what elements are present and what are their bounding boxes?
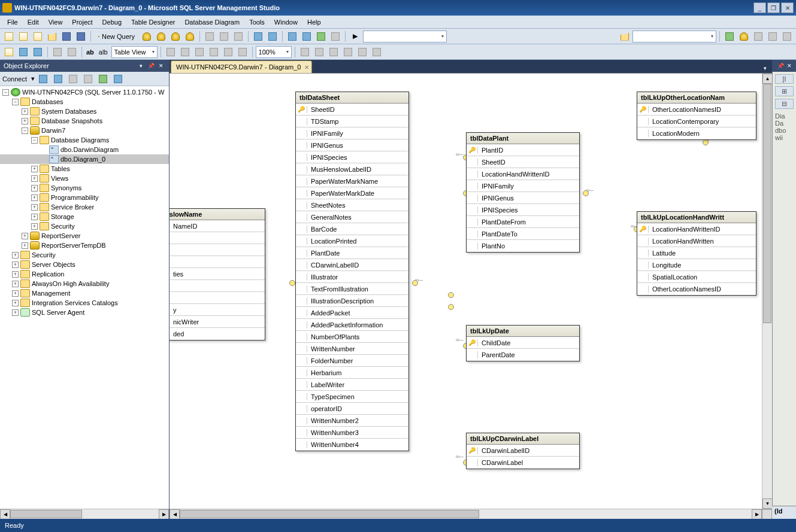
- nav-back-button[interactable]: [286, 30, 299, 43]
- tree-dbo-darwin-diagram[interactable]: dbo.DarwinDiagram: [0, 145, 169, 154]
- oe-report-button[interactable]: [111, 72, 125, 86]
- db-table-tblLkUpCDarwinLabel[interactable]: tblLkUpCDarwinLabel🔑CDarwinLabelIDCDarwi…: [466, 433, 580, 469]
- page-breaks-button[interactable]: [298, 45, 311, 59]
- oe-filter-button[interactable]: [81, 72, 95, 86]
- paste-button[interactable]: [232, 30, 245, 43]
- menu-tools[interactable]: Tools: [244, 17, 270, 27]
- showplan-button[interactable]: [329, 30, 342, 43]
- db-column[interactable]: NumberOfPlants: [296, 331, 408, 343]
- db-column[interactable]: 🔑SheetID: [296, 104, 408, 115]
- db-column[interactable]: [170, 244, 265, 256]
- right-panel-item2[interactable]: ⊟: [775, 99, 794, 109]
- db-column[interactable]: SheetNotes: [296, 199, 408, 211]
- find-button[interactable]: [618, 30, 631, 43]
- db-table-tblLkUpOtherLocationNames[interactable]: tblLkUpOtherLocationNam🔑OtherLocationNam…: [637, 92, 756, 140]
- properties-button[interactable]: [766, 30, 779, 43]
- db-column[interactable]: WrittenNumber: [296, 343, 408, 355]
- db-column[interactable]: CDarwinLabelID: [296, 259, 408, 271]
- save-button[interactable]: [60, 30, 73, 43]
- registered-servers-button[interactable]: [723, 30, 736, 43]
- tree-sql-server-agent[interactable]: +SQL Server Agent: [0, 308, 169, 317]
- tab-overflow-button[interactable]: ▾: [760, 63, 770, 73]
- activity-button[interactable]: [314, 30, 328, 43]
- oe-stop-button[interactable]: [66, 72, 80, 86]
- db-column[interactable]: 🔑LocationHandWrittenID: [637, 223, 756, 235]
- canvas-horizontal-scrollbar[interactable]: ◀▶: [170, 509, 772, 519]
- tree-databases[interactable]: −Databases: [0, 97, 169, 107]
- db-column[interactable]: IPNIFamily: [467, 180, 579, 192]
- execute-button[interactable]: ▶: [349, 30, 362, 43]
- tree-views[interactable]: +Views: [0, 174, 169, 183]
- recalc-button[interactable]: [313, 45, 326, 59]
- tree-alwayson[interactable]: +AlwaysOn High Availability: [0, 279, 169, 288]
- db-column[interactable]: LocationModern: [637, 127, 756, 139]
- db-table-title[interactable]: tblLkUpLocationHandWritt: [637, 212, 756, 223]
- db-column[interactable]: 🔑CDarwinLabelID: [467, 445, 579, 457]
- tree-report-server[interactable]: +ReportServer: [0, 231, 169, 241]
- rel-button[interactable]: [164, 45, 177, 59]
- db-column[interactable]: ties: [170, 268, 265, 280]
- arrange-tables-button[interactable]: [356, 45, 369, 59]
- tree-database-diagrams[interactable]: −Database Diagrams: [0, 135, 169, 145]
- tab-diagram-0[interactable]: WIN-UTNFN042FC9.Darwin7 - Diagram_0 ✕: [171, 60, 312, 73]
- db-column[interactable]: [170, 280, 265, 292]
- check-constraint-button[interactable]: [222, 45, 235, 59]
- nav-fwd-button[interactable]: [300, 30, 313, 43]
- db-table-title[interactable]: tblDataSheet: [296, 92, 408, 104]
- right-panel-item[interactable]: ⊞: [775, 86, 794, 96]
- db-column[interactable]: TextFromIllustration: [296, 283, 408, 295]
- new-project-button[interactable]: [2, 30, 16, 43]
- object-explorer-tree[interactable]: −WIN-UTNFN042FC9 (SQL Server 11.0.1750 -…: [0, 86, 169, 509]
- panel-close-icon[interactable]: ✕: [157, 62, 165, 70]
- indexes-button[interactable]: [178, 45, 192, 59]
- tree-report-server-tempdb[interactable]: +ReportServerTempDB: [0, 241, 169, 250]
- redo-button[interactable]: [266, 30, 279, 43]
- db-column[interactable]: 🔑OtherLocationNamesID: [637, 104, 756, 115]
- db-table-title[interactable]: tblLkUpOtherLocationNam: [637, 92, 756, 104]
- database-dropdown[interactable]: [363, 31, 447, 42]
- set-pk-button[interactable]: [51, 45, 64, 59]
- db-column[interactable]: PlantDateFrom: [467, 216, 579, 228]
- db-column[interactable]: IPNIGenus: [467, 192, 579, 204]
- tree-dbo-diagram-0[interactable]: dbo.Diagram_0: [0, 154, 169, 164]
- tree-security-db[interactable]: +Security: [0, 221, 169, 231]
- db-column[interactable]: Herbarium: [296, 367, 408, 379]
- add-table-button[interactable]: [17, 45, 30, 59]
- db-column[interactable]: TDStamp: [296, 115, 408, 127]
- fulltext-button[interactable]: [193, 45, 206, 59]
- menu-file[interactable]: File: [2, 17, 23, 27]
- db-table-title[interactable]: tblLkUpDate: [467, 326, 579, 337]
- db-table-tblLkUpDate[interactable]: tblLkUpDate🔑ChildDateParentDate: [466, 325, 580, 361]
- db-column[interactable]: NameID: [170, 220, 265, 232]
- new-table-button[interactable]: [2, 45, 16, 59]
- db-column[interactable]: BarCode: [296, 223, 408, 235]
- db-table-title[interactable]: enslowName: [170, 209, 265, 220]
- db-column[interactable]: ded: [170, 328, 265, 340]
- db-column[interactable]: IPNISpecies: [296, 151, 408, 163]
- db-column[interactable]: ParentDate: [467, 349, 579, 361]
- oe-horizontal-scrollbar[interactable]: ◀▶: [0, 509, 169, 519]
- db-column[interactable]: WrittenNumber4: [296, 439, 408, 451]
- toolbox-button[interactable]: [780, 30, 794, 43]
- db-column[interactable]: IPNIFamily: [296, 127, 408, 139]
- db-table-title[interactable]: tblLkUpCDarwinLabel: [467, 433, 579, 445]
- arrange-selection-button[interactable]: [341, 45, 355, 59]
- tab-close-icon[interactable]: ✕: [304, 64, 309, 71]
- db-column[interactable]: operatorID: [296, 403, 408, 415]
- zoom-dropdown[interactable]: 100%: [256, 46, 292, 58]
- tree-synonyms[interactable]: +Synonyms: [0, 183, 169, 193]
- oe-disconnect-button[interactable]: [52, 72, 65, 86]
- menu-debug[interactable]: Debug: [98, 17, 126, 27]
- dmx-query-button[interactable]: [169, 30, 182, 43]
- right-pin-icon[interactable]: 📌: [777, 62, 784, 70]
- db-table-tblDataPlant[interactable]: tblDataPlant🔑PlantIDSheetIDLocationHandW…: [466, 132, 580, 253]
- db-column[interactable]: SpatialLocation: [637, 271, 756, 283]
- menu-project[interactable]: Project: [67, 17, 97, 27]
- db-column[interactable]: [170, 232, 265, 244]
- panel-dropdown-icon[interactable]: ▾: [137, 62, 145, 70]
- db-column[interactable]: 🔑PlantID: [467, 144, 579, 156]
- save-all-button[interactable]: [74, 30, 87, 43]
- tree-management[interactable]: +Management: [0, 288, 169, 298]
- add-related-button[interactable]: [31, 45, 44, 59]
- db-column[interactable]: PlantNo: [467, 240, 579, 252]
